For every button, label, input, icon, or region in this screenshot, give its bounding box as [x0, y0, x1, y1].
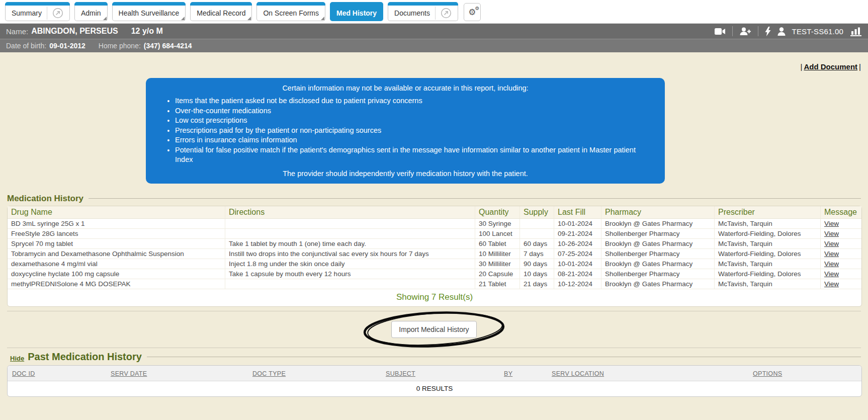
col-header-directions: Directions	[225, 206, 475, 219]
privacy-notice-box: Certain information may not be available…	[146, 78, 665, 184]
patient-header-actions: TEST-SS61.00	[715, 26, 862, 36]
cell-supply	[520, 229, 554, 239]
notice-bullet: Errors in insurance claims information	[175, 135, 654, 145]
cell-supply	[520, 219, 554, 229]
cell-drug: Sprycel 70 mg tablet	[8, 239, 225, 249]
user-icon[interactable]	[777, 27, 786, 36]
col-header-drug-name: Drug Name	[8, 206, 225, 219]
cell-supply: 90 days	[520, 259, 554, 269]
sortable-header-link[interactable]: DOC ID	[12, 370, 35, 377]
cell-drug: BD 3mL syringe 25G x 1	[8, 219, 225, 229]
tab-documents[interactable]: Documents	[388, 3, 458, 21]
cell-directions	[225, 279, 475, 289]
cell-message: View	[821, 239, 861, 249]
settings-gear-button[interactable]: ⚙⚙	[464, 3, 481, 21]
cell-directions	[225, 229, 475, 239]
import-medical-history-button[interactable]: Import Medical History	[391, 321, 476, 338]
table-row: BD 3mL syringe 25G x 1 30 Syringe 10-01-…	[8, 219, 861, 229]
add-person-icon[interactable]	[739, 27, 751, 36]
cell-last-fill: 10-01-2024	[554, 259, 601, 269]
pipe: |	[859, 62, 861, 71]
section-title: Medication History	[7, 194, 83, 204]
table-row: methylPREDNISolone 4 MG DOSEPAK 21 Table…	[8, 279, 861, 289]
add-document-link[interactable]: Add Document	[804, 62, 857, 71]
divider	[758, 26, 758, 36]
col-header-pharmacy: Pharmacy	[601, 206, 715, 219]
view-message-link[interactable]: View	[824, 260, 839, 268]
col-header-quantity: Quantity	[475, 206, 520, 219]
cell-pharmacy: Shollenberger Pharmacy	[601, 229, 715, 239]
past-medication-table: DOC ID SERV DATE DOC TYPE SUBJECT BY SER…	[7, 365, 862, 397]
notice-bullet: Potential for false positive match if th…	[175, 145, 654, 165]
view-message-link[interactable]: View	[824, 270, 839, 278]
tab-label: Med History	[336, 9, 377, 17]
cell-message: View	[821, 219, 861, 229]
col-header-doc-id: DOC ID	[8, 366, 106, 381]
cell-drug: FreeStyle 28G lancets	[8, 229, 225, 239]
cell-prescriber: Waterford-Fielding, Dolores	[715, 229, 821, 239]
col-header-subject: SUBJECT	[381, 366, 499, 381]
cell-last-fill: 10-01-2024	[554, 219, 601, 229]
tab-med-history[interactable]: Med History	[330, 3, 383, 21]
tab-medical-record[interactable]: Medical Record	[190, 3, 252, 21]
view-message-link[interactable]: View	[824, 230, 839, 237]
patient-phone: (347) 684-4214	[144, 42, 192, 50]
sortable-header-link[interactable]: SERV DATE	[111, 370, 147, 377]
sortable-header-link[interactable]: BY	[504, 370, 512, 377]
cell-quantity: 20 Capsule	[475, 269, 520, 279]
lightning-bolt-icon[interactable]	[765, 27, 771, 36]
page-content: |Add Document| Certain information may n…	[0, 62, 868, 397]
cell-last-fill: 07-25-2024	[554, 249, 601, 259]
empty-results-row: 0 RESULTS	[8, 381, 861, 396]
table-header-row: Drug Name Directions Quantity Supply Las…	[8, 206, 861, 219]
tab-admin[interactable]: Admin	[74, 3, 108, 21]
table-row: Sprycel 70 mg tablet Take 1 tablet by mo…	[8, 239, 861, 249]
hide-link[interactable]: Hide	[10, 355, 24, 362]
cell-message: View	[821, 279, 861, 289]
cell-supply: 60 days	[520, 239, 554, 249]
import-area: Import Medical History	[7, 311, 861, 348]
col-header-serv-date: SERV DATE	[106, 366, 248, 381]
open-external-icon[interactable]	[435, 7, 452, 20]
cell-quantity: 100 Lancet	[475, 229, 520, 239]
cell-drug: doxycycline hyclate 100 mg capsule	[8, 269, 225, 279]
dob-label: Date of birth:	[6, 42, 46, 50]
notice-footer: The provider should independently verify…	[157, 170, 654, 178]
divider	[147, 357, 861, 357]
result-count: Showing 7 Result(s)	[8, 289, 861, 306]
cell-message: View	[821, 269, 861, 279]
cell-pharmacy: Brooklyn @ Gates Pharmacy	[601, 279, 715, 289]
cell-message: View	[821, 259, 861, 269]
tab-summary[interactable]: Summary	[5, 3, 70, 21]
cell-message: View	[821, 229, 861, 239]
open-external-icon	[52, 8, 63, 19]
cell-pharmacy: Shollenberger Pharmacy	[601, 249, 715, 259]
bar-chart-icon[interactable]	[850, 27, 862, 36]
view-message-link[interactable]: View	[824, 240, 839, 247]
cell-quantity: 30 Milliliter	[475, 259, 520, 269]
sortable-header-link[interactable]: OPTIONS	[753, 370, 782, 377]
cell-quantity: 60 Tablet	[475, 239, 520, 249]
cell-drug: dexamethasone 4 mg/ml vial	[8, 259, 225, 269]
video-camera-icon[interactable]	[715, 28, 726, 35]
add-document-row: |Add Document|	[7, 62, 861, 71]
tab-bar: Summary Admin Health Surveillance Medica…	[0, 0, 868, 24]
cell-supply: 21 days	[520, 279, 554, 289]
view-message-link[interactable]: View	[824, 250, 839, 258]
open-external-icon[interactable]	[47, 7, 63, 20]
cell-last-fill: 09-21-2024	[554, 229, 601, 239]
cell-directions: Take 1 tablet by mouth 1 (one) time each…	[225, 239, 475, 249]
view-message-link[interactable]: View	[824, 220, 839, 227]
past-section-title: Past Medication History	[28, 351, 142, 363]
tab-on-screen-forms[interactable]: On Screen Forms	[256, 3, 325, 21]
patient-age-sex: 12 y/o M	[131, 27, 163, 36]
col-header-prescriber: Prescriber	[715, 206, 821, 219]
view-message-link[interactable]: View	[824, 280, 839, 288]
sortable-header-link[interactable]: SUBJECT	[386, 370, 415, 377]
cell-prescriber: McTavish, Tarquin	[715, 259, 821, 269]
col-header-by: BY	[499, 366, 547, 381]
sortable-header-link[interactable]: SERV LOCATION	[552, 370, 604, 377]
tab-health-surveillance[interactable]: Health Surveillance	[112, 3, 186, 21]
sortable-header-link[interactable]: DOC TYPE	[252, 370, 286, 377]
cell-supply: 10 days	[520, 269, 554, 279]
